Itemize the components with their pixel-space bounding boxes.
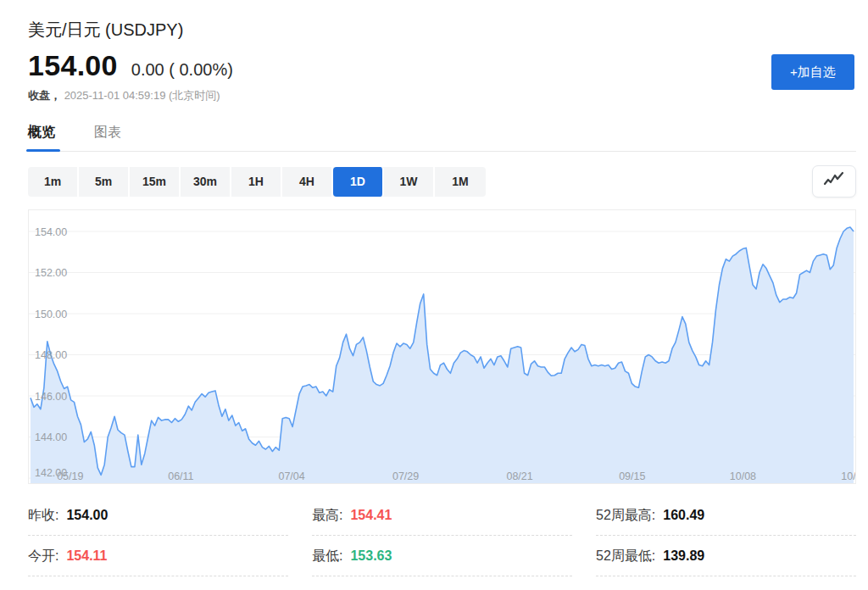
- stat-value: 139.89: [663, 548, 704, 564]
- market-status-label: 收盘，: [28, 89, 61, 102]
- y-axis-label: 144.00: [35, 431, 67, 443]
- interval-button-30m[interactable]: 30m: [181, 167, 231, 197]
- stat-value: 154.00: [66, 508, 108, 523]
- tab-chart[interactable]: 图表: [94, 124, 121, 151]
- stat-value: 154.41: [350, 508, 392, 523]
- line-chart-icon: [823, 171, 845, 192]
- stat-item: 最低:153.63: [312, 536, 572, 576]
- stat-value: 154.11: [66, 548, 107, 564]
- stat-label: 52周最高:: [596, 507, 655, 525]
- close-info: 收盘， 2025-11-01 04:59:19 (北京时间): [28, 88, 856, 103]
- close-timestamp: 2025-11-01 04:59:19 (北京时间): [64, 89, 220, 102]
- stat-value: 153.63: [350, 548, 392, 564]
- stat-label: 52周最低:: [596, 548, 655, 565]
- interval-button-4H[interactable]: 4H: [282, 167, 333, 197]
- interval-button-1D[interactable]: 1D: [333, 167, 384, 197]
- x-axis-label: 06/11: [168, 470, 193, 482]
- x-axis-label: 07/29: [392, 470, 419, 482]
- price-chart-area[interactable]: 154.00152.00150.00148.00146.00144.00142.…: [28, 209, 856, 484]
- last-price: 154.00: [28, 49, 118, 82]
- stat-label: 今开:: [28, 548, 58, 565]
- interval-button-15m[interactable]: 15m: [130, 167, 181, 197]
- y-axis-label: 146.00: [35, 391, 67, 403]
- interval-button-1M[interactable]: 1M: [435, 167, 486, 197]
- stat-label: 昨收:: [28, 507, 58, 525]
- chart-toolbar: 1m5m15m30m1H4H1D1W1M: [28, 165, 856, 198]
- price-change: 0.00 ( 0.00%): [131, 60, 233, 80]
- stat-label: 最高:: [312, 507, 342, 525]
- x-axis-label: 10/31: [841, 470, 855, 482]
- interval-button-5m[interactable]: 5m: [79, 167, 130, 197]
- add-watchlist-button[interactable]: +加自选: [771, 54, 854, 90]
- y-axis-label: 150.00: [35, 309, 67, 320]
- x-axis-label: 07/04: [278, 470, 304, 482]
- y-axis-label: 152.00: [35, 267, 67, 279]
- x-axis-label: 05/19: [57, 470, 83, 482]
- chart-type-button[interactable]: [812, 165, 856, 198]
- price-area-fill: [31, 227, 854, 483]
- y-axis-label: 148.00: [35, 349, 67, 361]
- x-axis-label: 08/21: [506, 470, 532, 482]
- page-title: 美元/日元 (USDJPY): [28, 0, 856, 42]
- interval-button-1W[interactable]: 1W: [384, 167, 435, 197]
- price-row: 154.00 0.00 ( 0.00%): [28, 49, 856, 82]
- stat-label: 最低:: [312, 548, 342, 565]
- stat-item: 最高:154.41: [312, 495, 572, 536]
- x-axis-label: 09/15: [619, 470, 645, 482]
- interval-button-1m[interactable]: 1m: [28, 167, 79, 197]
- stat-item: 52周最低:139.89: [596, 536, 856, 576]
- tab-bar: 概览图表: [28, 124, 856, 152]
- y-axis-label: 154.00: [35, 226, 67, 238]
- stat-item: 52周最高:160.49: [596, 495, 856, 536]
- interval-selector: 1m5m15m30m1H4H1D1W1M: [28, 167, 486, 197]
- stats-panel: 昨收:154.00最高:154.4152周最高:160.49今开:154.11最…: [28, 495, 856, 576]
- quote-page: 美元/日元 (USDJPY) 154.00 0.00 ( 0.00%) 收盘， …: [0, 0, 868, 590]
- x-axis-label: 10/08: [730, 470, 756, 482]
- tab-overview[interactable]: 概览: [28, 124, 55, 151]
- stat-value: 160.49: [663, 508, 704, 523]
- interval-button-1H[interactable]: 1H: [231, 167, 282, 197]
- stat-item: 今开:154.11: [28, 536, 288, 576]
- stat-item: 昨收:154.00: [28, 495, 288, 536]
